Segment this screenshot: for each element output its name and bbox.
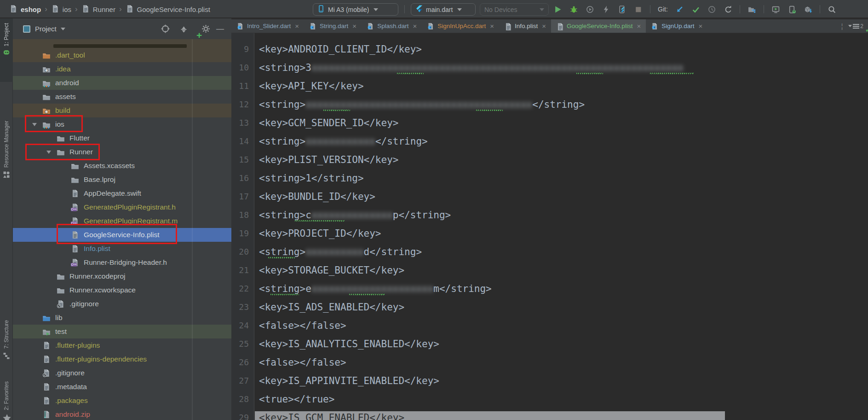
chevron-right-icon[interactable]	[30, 53, 42, 58]
rollback-button[interactable]	[724, 5, 732, 14]
stop-button[interactable]	[634, 5, 643, 14]
tree-item-android[interactable]: android	[13, 76, 231, 90]
code-line-27[interactable]: <key>IS_APPINVITE_ENABLED</key>	[255, 372, 868, 390]
stripe-item-resource-manager[interactable]: Resource Manager	[0, 121, 13, 180]
tree-item--flutter-plugins-dependencies[interactable]: .flutter-plugins-dependencies	[13, 352, 231, 366]
hide-panel-icon[interactable]: —	[216, 24, 224, 33]
code-line-13[interactable]: <key>GCM_SENDER_ID</key>	[255, 114, 868, 132]
debug-button[interactable]	[569, 5, 578, 14]
code-line-18[interactable]: <string>cxxxxxxxxxxxxxxp</string>	[255, 206, 868, 224]
tree-item-generatedpluginregistrant-h[interactable]: C++GeneratedPluginRegistrant.h	[13, 200, 231, 214]
tree-item-googleservice-info-plist[interactable]: GoogleService-Info.plist	[13, 228, 231, 242]
chevron-right-icon[interactable]	[30, 108, 42, 113]
code-line-10[interactable]: <string>3xxxxxxxxxxxxxxxxxxxxxxxxxxxxxxx…	[255, 58, 868, 77]
tree-item-base-lproj[interactable]: Base.lproj	[13, 173, 231, 187]
project-scrollbar[interactable]	[192, 39, 193, 420]
close-icon[interactable]: ×	[295, 22, 299, 30]
gear-icon[interactable]	[201, 24, 210, 33]
code-line-12[interactable]: <string>xxxxxxxxxxxxxxxxxxxxxxxxxxxxxxxx…	[255, 95, 868, 114]
tree-item-lib[interactable]: lib	[13, 311, 231, 325]
chevron-right-icon[interactable]	[44, 288, 57, 292]
tab-googleservice-info-plist[interactable]: GoogleService-Info.plist×	[551, 19, 646, 33]
no-devices-selector[interactable]: No Devices	[480, 3, 549, 16]
code-line-25[interactable]: <key>IS_ANALYTICS_ENABLED</key>	[255, 335, 868, 353]
project-panel-title[interactable]: Project	[35, 25, 57, 33]
close-icon[interactable]: ×	[352, 22, 356, 30]
profile-button[interactable]	[586, 5, 594, 14]
tree-item-ios[interactable]: ios	[13, 117, 231, 131]
code-line-14[interactable]: <string>xxxxxxxxxxxx</string>	[255, 132, 868, 151]
code-line-20[interactable]: <string>xxxxxxxxxxd</string>	[255, 243, 868, 261]
sdk-manager-button[interactable]	[804, 5, 812, 14]
close-icon[interactable]: ×	[413, 22, 417, 30]
tree-item-info-plist[interactable]: Info.plist	[13, 242, 231, 256]
code-line-11[interactable]: <key>API_KEY</key>	[255, 77, 868, 95]
breadcrumb-item[interactable]: ios	[51, 5, 71, 14]
tree-item-appdelegate-swift[interactable]: AppDelegate.swift	[13, 187, 231, 200]
tab-intro-slider-dart[interactable]: Intro_Slider.dart×	[231, 19, 304, 33]
tree-item--dart-tool[interactable]: .dart_tool	[13, 48, 231, 62]
tab-string-dart[interactable]: String.dart×	[304, 19, 362, 33]
git-commit-button[interactable]	[691, 5, 700, 14]
device-selector[interactable]: Mi A3 (mobile)	[313, 3, 398, 16]
tab-signinupacc-dart[interactable]: SignInUpAcc.dart×	[422, 19, 499, 33]
tree-item-android-zip[interactable]: android.zip	[13, 408, 231, 420]
chevron-down-icon[interactable]	[61, 28, 65, 30]
git-update-button[interactable]	[675, 5, 684, 14]
tree-item-flutter[interactable]: Flutter	[13, 131, 231, 145]
code-line-23[interactable]: <key>IS_ADS_ENABLED</key>	[255, 298, 868, 316]
tree-item--metadata[interactable]: .metadata	[13, 380, 231, 394]
chevron-right-icon[interactable]	[30, 315, 42, 320]
search-everywhere-button[interactable]	[828, 5, 836, 14]
chevron-down-icon[interactable]	[30, 123, 42, 126]
chevron-right-icon[interactable]	[44, 274, 57, 279]
history-button[interactable]	[707, 5, 716, 14]
chevron-right-icon[interactable]	[44, 136, 57, 140]
tree-item--idea[interactable]: ✱.idea	[13, 62, 231, 76]
apply-changes-button[interactable]	[602, 5, 610, 14]
tree-item-runner[interactable]: Runner	[13, 145, 231, 159]
chevron-right-icon[interactable]	[58, 177, 71, 182]
run-config-selector[interactable]: main.dart	[411, 3, 476, 16]
chevron-right-icon[interactable]	[30, 81, 42, 85]
code-line-29[interactable]: <key>IS_GCM_ENABLED</key>	[255, 408, 868, 420]
editor-body[interactable]: 9101112131415161718192021222324252627282…	[231, 33, 868, 420]
tree-item--flutter-plugins[interactable]: .flutter-plugins	[13, 338, 231, 352]
code-line-22[interactable]: <string>exxxxxxxxxxxxxxxxxxxxxm</string>	[255, 280, 868, 298]
tree-item--gitignore[interactable]: .gitignore	[13, 366, 231, 380]
tree-item-build[interactable]: ✱build	[13, 104, 231, 117]
close-icon[interactable]: ×	[698, 22, 702, 30]
tree-item--gitignore[interactable]: .gitignore	[13, 297, 231, 311]
tree-item-assets[interactable]: assets	[13, 90, 231, 104]
breadcrumb-item[interactable]: GoogleService-Info.plist	[126, 5, 210, 14]
stripe-item-1-project[interactable]: 1: Project	[0, 23, 13, 58]
tab-splash-dart[interactable]: Splash.dart×	[362, 19, 422, 33]
close-icon[interactable]: ×	[542, 22, 546, 30]
collapse-all-icon[interactable]	[179, 24, 188, 33]
code-area[interactable]: <key>ANDROID_CLIENT_ID</key><string>3xxx…	[255, 33, 868, 420]
code-line-21[interactable]: <key>STORAGE_BUCKET</key>	[255, 261, 868, 280]
close-icon[interactable]: ×	[637, 22, 641, 30]
stripe-item-7-structure[interactable]: 7: Structure	[0, 320, 13, 361]
code-line-17[interactable]: <key>BUNDLE_ID</key>	[255, 187, 868, 206]
chevron-right-icon[interactable]	[58, 163, 71, 168]
close-icon[interactable]: ×	[490, 22, 494, 30]
tree-item-runner-xcodeproj[interactable]: Runner.xcodeproj	[13, 269, 231, 283]
avd-manager-button[interactable]	[771, 5, 780, 14]
inspections-ok-icon[interactable]: ✓✓	[865, 25, 868, 35]
tree-item-test[interactable]: test	[13, 325, 231, 338]
chevron-right-icon[interactable]	[30, 94, 42, 99]
tab-info-plist[interactable]: Info.plist×	[499, 19, 551, 33]
code-line-26[interactable]: <false></false>	[255, 353, 868, 372]
tree-item--packages[interactable]: .packages	[13, 394, 231, 408]
tree-item-assets-xcassets[interactable]: Assets.xcassets	[13, 159, 231, 173]
chevron-down-icon[interactable]	[44, 151, 57, 154]
code-line-16[interactable]: <string>1</string>	[255, 169, 868, 187]
breadcrumb-item[interactable]: Runner	[81, 5, 115, 14]
code-line-28[interactable]: <true></true>	[255, 390, 868, 408]
code-line-9[interactable]: <key>ANDROID_CLIENT_ID</key>	[255, 40, 868, 58]
hidden-tabs-dropdown[interactable]: 2	[848, 23, 863, 29]
chevron-right-icon[interactable]	[30, 329, 42, 334]
tree-item-runner-bridging-header-h[interactable]: C++Runner-Bridging-Header.h	[13, 256, 231, 269]
chevron-right-icon[interactable]	[30, 67, 42, 71]
